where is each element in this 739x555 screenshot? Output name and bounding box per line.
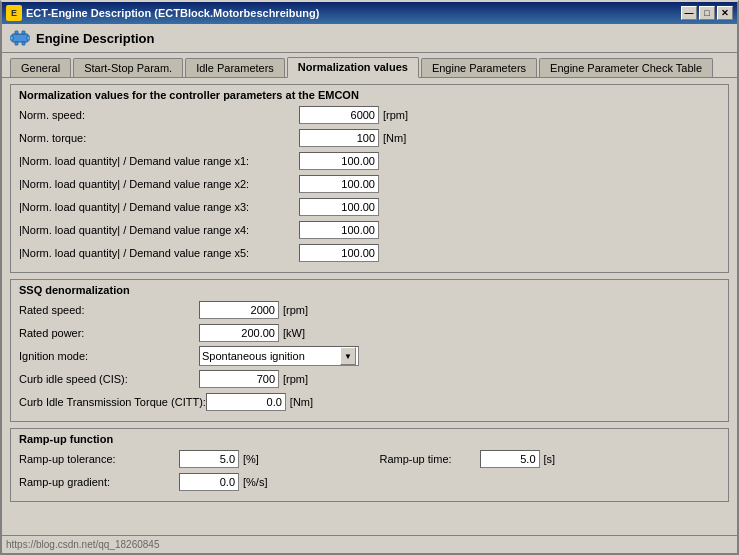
tab-engine-check[interactable]: Engine Parameter Check Table: [539, 58, 713, 77]
norm-speed-input[interactable]: [299, 106, 379, 124]
content-area: Normalization values for the controller …: [2, 77, 737, 535]
status-bar: https://blog.csdn.net/qq_18260845: [2, 535, 737, 553]
rampup-tolerance-input[interactable]: [179, 450, 239, 468]
svg-rect-1: [15, 31, 18, 34]
rated-speed-label: Rated speed:: [19, 304, 199, 316]
svg-rect-3: [15, 42, 18, 45]
svg-rect-2: [22, 31, 25, 34]
tab-normalization[interactable]: Normalization values: [287, 57, 419, 78]
main-window: E ECT-Engine Description (ECTBlock.Motor…: [0, 0, 739, 555]
citt-unit: [Nm]: [290, 396, 313, 408]
norm-load-x5-input[interactable]: [299, 244, 379, 262]
rated-power-input[interactable]: [199, 324, 279, 342]
rampup-gradient-col: Ramp-up gradient: [%/s]: [19, 473, 720, 491]
norm-load-x2-row: |Norm. load quantity| / Demand value ran…: [19, 174, 720, 194]
header-title: Engine Description: [36, 31, 154, 46]
tab-engine-params[interactable]: Engine Parameters: [421, 58, 537, 77]
svg-rect-0: [12, 34, 28, 42]
window-icon: E: [6, 5, 22, 21]
rampup-section: Ramp-up function Ramp-up tolerance: [%] …: [10, 428, 729, 502]
normalization-section: Normalization values for the controller …: [10, 84, 729, 273]
norm-load-x3-row: |Norm. load quantity| / Demand value ran…: [19, 197, 720, 217]
rampup-time-col: Ramp-up time: [s]: [360, 450, 721, 468]
rated-speed-row: Rated speed: [rpm]: [19, 300, 720, 320]
norm-speed-unit: [rpm]: [383, 109, 408, 121]
rated-speed-input[interactable]: [199, 301, 279, 319]
title-buttons: — □ ✕: [681, 6, 733, 20]
norm-load-x4-label: |Norm. load quantity| / Demand value ran…: [19, 224, 299, 236]
citt-input[interactable]: [206, 393, 286, 411]
rated-power-label: Rated power:: [19, 327, 199, 339]
title-bar-left: E ECT-Engine Description (ECTBlock.Motor…: [6, 5, 319, 21]
tabs-container: General Start-Stop Param. Idle Parameter…: [2, 53, 737, 77]
dropdown-arrow-icon[interactable]: ▼: [340, 347, 356, 365]
ssq-title: SSQ denormalization: [19, 284, 720, 296]
curb-idle-speed-input[interactable]: [199, 370, 279, 388]
ssq-section: SSQ denormalization Rated speed: [rpm] R…: [10, 279, 729, 422]
norm-load-x2-label: |Norm. load quantity| / Demand value ran…: [19, 178, 299, 190]
ignition-mode-dropdown[interactable]: Spontaneous ignition ▼: [199, 346, 359, 366]
citt-label: Curb Idle Transmission Torque (CITT):: [19, 396, 206, 408]
window-title: ECT-Engine Description (ECTBlock.Motorbe…: [26, 7, 319, 19]
norm-load-x4-input[interactable]: [299, 221, 379, 239]
tab-idle[interactable]: Idle Parameters: [185, 58, 285, 77]
curb-idle-speed-unit: [rpm]: [283, 373, 308, 385]
rampup-title: Ramp-up function: [19, 433, 720, 445]
norm-load-x1-row: |Norm. load quantity| / Demand value ran…: [19, 151, 720, 171]
rated-speed-unit: [rpm]: [283, 304, 308, 316]
norm-load-x4-row: |Norm. load quantity| / Demand value ran…: [19, 220, 720, 240]
rampup-time-input[interactable]: [480, 450, 540, 468]
curb-idle-speed-row: Curb idle speed (CIS): [rpm]: [19, 369, 720, 389]
norm-load-x5-row: |Norm. load quantity| / Demand value ran…: [19, 243, 720, 263]
svg-rect-6: [27, 36, 30, 40]
tab-start-stop[interactable]: Start-Stop Param.: [73, 58, 183, 77]
rated-power-row: Rated power: [kW]: [19, 323, 720, 343]
rated-power-unit: [kW]: [283, 327, 305, 339]
curb-idle-speed-label: Curb idle speed (CIS):: [19, 373, 199, 385]
norm-load-x3-input[interactable]: [299, 198, 379, 216]
norm-torque-unit: [Nm]: [383, 132, 406, 144]
normalization-title: Normalization values for the controller …: [19, 89, 720, 101]
norm-load-x1-input[interactable]: [299, 152, 379, 170]
ignition-mode-row: Ignition mode: Spontaneous ignition ▼: [19, 346, 720, 366]
close-button[interactable]: ✕: [717, 6, 733, 20]
norm-speed-row: Norm. speed: [rpm]: [19, 105, 720, 125]
tab-general[interactable]: General: [10, 58, 71, 77]
norm-load-x5-label: |Norm. load quantity| / Demand value ran…: [19, 247, 299, 259]
rampup-tolerance-unit: [%]: [243, 453, 259, 465]
rampup-gradient-input[interactable]: [179, 473, 239, 491]
rampup-time-unit: [s]: [544, 453, 556, 465]
rampup-gradient-unit: [%/s]: [243, 476, 267, 488]
norm-load-x3-label: |Norm. load quantity| / Demand value ran…: [19, 201, 299, 213]
rampup-gradient-label: Ramp-up gradient:: [19, 476, 179, 488]
norm-torque-label: Norm. torque:: [19, 132, 299, 144]
norm-torque-row: Norm. torque: [Nm]: [19, 128, 720, 148]
norm-load-x2-input[interactable]: [299, 175, 379, 193]
status-url: https://blog.csdn.net/qq_18260845: [6, 539, 159, 550]
title-bar: E ECT-Engine Description (ECTBlock.Motor…: [2, 2, 737, 24]
ignition-mode-label: Ignition mode:: [19, 350, 199, 362]
citt-row: Curb Idle Transmission Torque (CITT): [N…: [19, 392, 720, 412]
rampup-gradient-row: Ramp-up gradient: [%/s]: [19, 472, 720, 492]
engine-icon: [10, 28, 30, 48]
ignition-mode-value: Spontaneous ignition: [202, 350, 305, 362]
norm-speed-label: Norm. speed:: [19, 109, 299, 121]
rampup-tolerance-col: Ramp-up tolerance: [%]: [19, 450, 360, 468]
norm-torque-input[interactable]: [299, 129, 379, 147]
rampup-tolerance-row: Ramp-up tolerance: [%] Ramp-up time: [s]: [19, 449, 720, 469]
maximize-button[interactable]: □: [699, 6, 715, 20]
svg-rect-5: [10, 36, 13, 40]
norm-load-x1-label: |Norm. load quantity| / Demand value ran…: [19, 155, 299, 167]
svg-rect-4: [22, 42, 25, 45]
window-header: Engine Description: [2, 24, 737, 53]
rampup-time-label: Ramp-up time:: [380, 453, 480, 465]
minimize-button[interactable]: —: [681, 6, 697, 20]
rampup-tolerance-label: Ramp-up tolerance:: [19, 453, 179, 465]
